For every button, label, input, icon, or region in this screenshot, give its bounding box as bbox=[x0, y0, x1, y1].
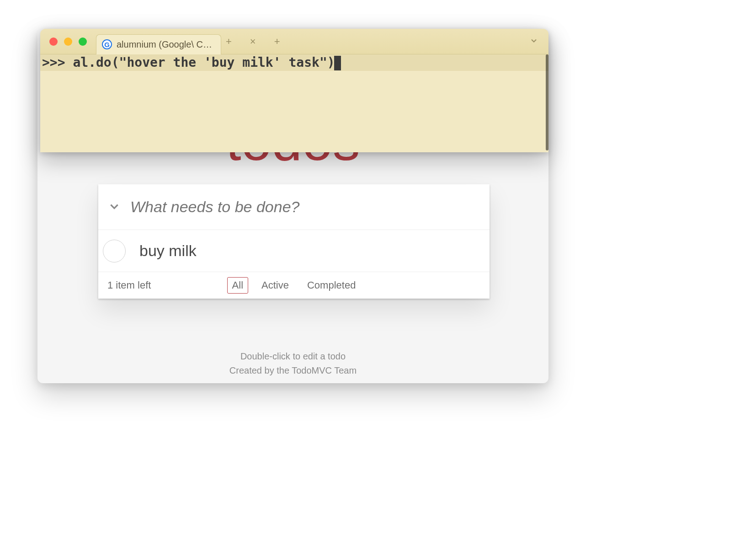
tab-actions: + × + bbox=[226, 36, 280, 48]
info-line-2: Created by the TodoMVC Team bbox=[37, 365, 548, 376]
chevron-down-icon bbox=[529, 39, 538, 47]
terminal-command: al.do("hover the 'buy milk' task") bbox=[73, 55, 335, 70]
todo-toggle-checkbox[interactable] bbox=[103, 240, 126, 262]
todo-item-label: buy milk bbox=[139, 242, 197, 260]
terminal-tab[interactable]: G alumnium (Google\ Chrom… bbox=[96, 34, 221, 54]
filter-active[interactable]: Active bbox=[256, 277, 294, 294]
info-footer: Double-click to edit a todo Created by t… bbox=[37, 348, 548, 380]
filter-completed[interactable]: Completed bbox=[302, 277, 361, 294]
terminal-body[interactable]: >>> al.do("hover the 'buy milk' task") bbox=[40, 54, 548, 71]
terminal-tab-title: alumnium (Google\ Chrom… bbox=[117, 39, 213, 50]
chevron-down-icon bbox=[108, 206, 120, 214]
terminal-tabbar: G alumnium (Google\ Chrom… + × + bbox=[40, 29, 548, 54]
terminal-window: G alumnium (Google\ Chrom… + × + >>> al.… bbox=[40, 29, 548, 152]
text-cursor-icon bbox=[334, 56, 341, 70]
filter-group: All Active Completed bbox=[98, 277, 490, 294]
filter-all[interactable]: All bbox=[227, 277, 248, 294]
close-window-button[interactable] bbox=[49, 37, 58, 46]
terminal-scrollbar[interactable] bbox=[546, 54, 548, 150]
close-tab-button[interactable]: × bbox=[250, 36, 256, 48]
info-line-1: Double-click to edit a todo bbox=[37, 351, 548, 362]
window-controls bbox=[40, 37, 96, 46]
tabs-dropdown-button[interactable] bbox=[529, 36, 538, 47]
new-todo-row bbox=[98, 184, 490, 230]
toggle-all-button[interactable] bbox=[98, 200, 130, 214]
todo-footer: 1 item left All Active Completed bbox=[98, 272, 490, 299]
maximize-window-button[interactable] bbox=[79, 37, 87, 46]
new-tab-button[interactable]: + bbox=[226, 36, 232, 48]
new-tab-button-2[interactable]: + bbox=[274, 36, 280, 48]
todo-app: buy milk 1 item left All Active Complete… bbox=[98, 184, 490, 299]
todo-item[interactable]: buy milk bbox=[98, 230, 490, 272]
terminal-prompt: >>> bbox=[42, 55, 73, 70]
new-todo-input[interactable] bbox=[130, 198, 490, 216]
chrome-favicon-icon: G bbox=[102, 39, 112, 49]
terminal-line: >>> al.do("hover the 'buy milk' task") bbox=[40, 54, 548, 71]
minimize-window-button[interactable] bbox=[64, 37, 72, 46]
